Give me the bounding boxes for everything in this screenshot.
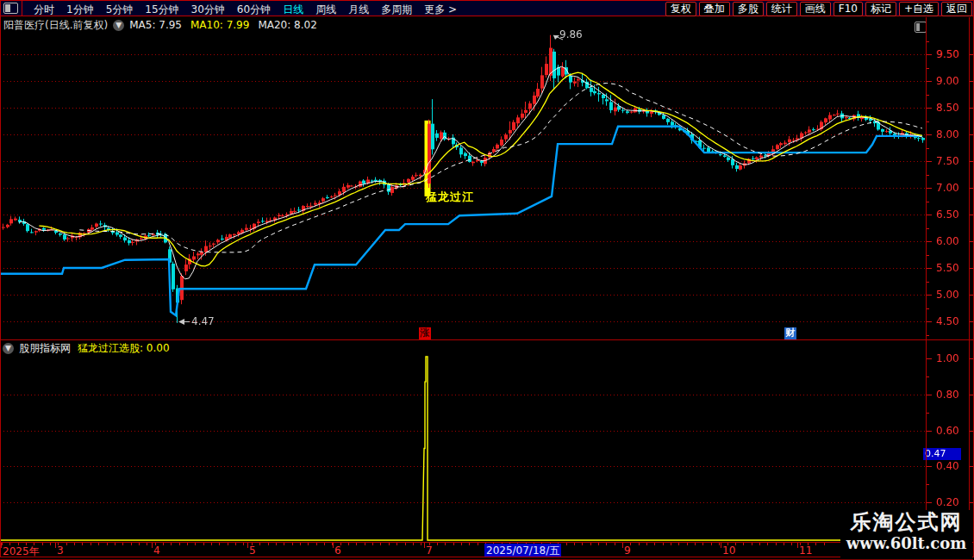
tool-button-复权[interactable]: 复权 — [665, 2, 696, 16]
week-tick — [711, 543, 712, 545]
window-border-left — [0, 0, 1, 560]
week-tick — [437, 543, 438, 545]
indicator-tick-label: 1.00 — [936, 352, 959, 364]
panel-divider — [0, 339, 973, 340]
menu-item-分时[interactable]: 分时 — [34, 3, 54, 16]
month-tick — [424, 543, 425, 548]
axis-border-right — [969, 17, 970, 542]
price-tick-label: 9.50 — [936, 48, 959, 60]
week-tick — [372, 543, 373, 545]
menu-item-月线[interactable]: 月线 — [348, 3, 369, 16]
week-tick — [163, 543, 164, 545]
week-tick — [598, 543, 599, 545]
tool-button-多股[interactable]: 多股 — [733, 2, 764, 16]
week-tick — [235, 543, 236, 545]
price-tick — [926, 108, 932, 109]
tool-button-标记[interactable]: 标记 — [865, 2, 896, 16]
week-tick — [228, 543, 228, 545]
month-tick — [1, 543, 2, 548]
week-tick — [122, 543, 123, 545]
week-tick — [759, 543, 760, 545]
watermark-url: www.60lt.com — [840, 534, 972, 553]
week-tick — [413, 543, 414, 545]
week-tick — [284, 543, 284, 545]
price-tick — [926, 321, 932, 322]
signal-annotation: 猛龙过江 — [426, 190, 474, 205]
indicator-tick-label: 0.20 — [936, 496, 959, 508]
week-tick — [268, 543, 269, 545]
week-tick — [308, 543, 309, 545]
menu-item-日线[interactable]: 日线 — [283, 3, 303, 16]
menu-item-15分钟[interactable]: 15分钟 — [145, 3, 178, 16]
indicator-tick — [926, 431, 932, 432]
date-axis[interactable]: 2025年345672025/07/18/五91011 — [0, 543, 974, 557]
week-tick — [815, 543, 816, 545]
week-tick — [324, 543, 325, 545]
month-tick — [333, 543, 334, 548]
menu-item-多周期[interactable]: 多周期 — [381, 3, 412, 16]
tool-button-F10[interactable]: F10 — [834, 2, 863, 16]
month-tick — [797, 543, 798, 548]
tool-button-+自选[interactable]: +自选 — [899, 2, 939, 16]
price-tick — [926, 54, 932, 55]
week-tick — [784, 543, 784, 545]
week-tick — [445, 543, 446, 545]
week-tick — [292, 543, 293, 545]
menu-item-周线[interactable]: 周线 — [315, 3, 336, 16]
indicator-tick-label: 0.80 — [936, 389, 959, 401]
week-tick — [574, 543, 575, 545]
price-tick-label: 7.00 — [936, 182, 959, 194]
tool-button-统计[interactable]: 统计 — [766, 2, 797, 16]
week-tick — [115, 543, 116, 545]
week-tick — [752, 543, 752, 545]
menu-separator — [22, 1, 22, 16]
indicator-tick — [926, 395, 932, 395]
watermark: 乐淘公式网 www.60lt.com — [840, 510, 972, 559]
week-tick — [743, 543, 744, 545]
window-layout-icon[interactable] — [3, 3, 18, 14]
month-label: 3 — [57, 544, 64, 557]
finance-news-badge[interactable]: 财 — [784, 327, 796, 339]
peak-annotation: 9.86 — [559, 28, 583, 40]
indicator-tick — [926, 466, 932, 467]
week-tick — [687, 543, 688, 545]
price-tick — [926, 81, 932, 82]
price-tick-label: 5.00 — [936, 289, 959, 301]
menu-item-更多 >[interactable]: 更多 > — [424, 3, 457, 16]
week-tick — [356, 543, 357, 545]
month-label: 11 — [799, 544, 812, 557]
week-tick — [590, 543, 591, 545]
week-tick — [606, 543, 607, 545]
price-tick-label: 6.50 — [936, 208, 959, 221]
week-tick — [702, 543, 703, 545]
menu-item-5分钟[interactable]: 5分钟 — [106, 3, 134, 16]
tool-button-返回[interactable]: 返回 — [941, 2, 972, 16]
month-label: 6 — [334, 544, 341, 557]
week-tick — [405, 543, 406, 545]
menu-item-1分钟[interactable]: 1分钟 — [66, 3, 94, 16]
week-tick — [646, 543, 647, 545]
week-tick — [219, 543, 220, 545]
week-tick — [107, 543, 108, 545]
week-tick — [663, 543, 664, 545]
rise-news-badge[interactable]: 涨 — [419, 327, 431, 339]
menu-item-60分钟[interactable]: 60分钟 — [237, 3, 271, 16]
week-tick — [639, 543, 640, 545]
week-tick — [582, 543, 583, 545]
indicator-tick-label: 0.40 — [936, 460, 959, 472]
week-tick — [478, 543, 478, 545]
week-tick — [276, 543, 277, 545]
week-tick — [179, 543, 180, 545]
tool-button-叠加[interactable]: 叠加 — [699, 2, 730, 16]
candlestick-chart[interactable] — [0, 17, 927, 340]
month-label: 4 — [153, 544, 160, 557]
price-tick-label: 7.50 — [936, 155, 959, 167]
price-tick — [926, 215, 932, 215]
tool-button-画线[interactable]: 画线 — [800, 2, 831, 16]
indicator-chart[interactable] — [0, 341, 927, 542]
week-tick — [824, 543, 825, 545]
week-tick — [719, 543, 720, 545]
menu-item-30分钟[interactable]: 30分钟 — [191, 3, 225, 16]
month-tick — [152, 543, 153, 548]
week-tick — [74, 543, 75, 545]
